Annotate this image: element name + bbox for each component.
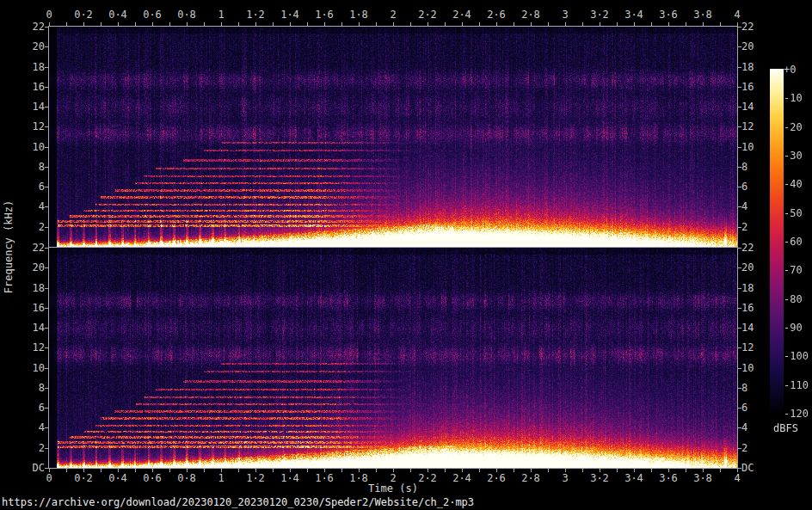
y-tick-label-left-channel1: 12 — [15, 120, 45, 132]
x-tick-label-top: 3·2 — [582, 9, 617, 21]
x-tick-label-top: 1·2 — [238, 9, 273, 21]
x-tick-mark-top — [514, 22, 514, 26]
x-tick-label-top: 3·8 — [686, 9, 720, 21]
y-tick-mark-left — [45, 328, 48, 329]
x-tick-mark-top — [83, 22, 84, 26]
y-tick-label-right-channel2: 22 — [741, 242, 771, 254]
x-tick-label-top: 4 — [720, 9, 754, 21]
colorbar-tick-label: -110 — [784, 380, 812, 391]
y-tick-label-right-channel2: 12 — [741, 341, 771, 353]
x-tick-mark-top — [737, 22, 738, 26]
x-tick-mark-top — [634, 22, 635, 26]
x-tick-label-top: 3·4 — [617, 9, 651, 21]
y-tick-mark-left — [45, 248, 48, 249]
y-tick-label-right-channel2: 14 — [741, 322, 771, 334]
source-url: https://archive·org/download/20230120_20… — [2, 496, 474, 508]
y-tick-mark-left — [45, 267, 48, 268]
x-tick-mark-top — [135, 22, 136, 26]
y-tick-label-left-channel2: 20 — [15, 261, 45, 273]
y-tick-label-left-channel2: 12 — [15, 341, 45, 353]
colorbar-tick-label: -100 — [784, 351, 812, 362]
x-tick-label-top: 2·2 — [410, 9, 445, 21]
x-tick-mark-top — [187, 22, 188, 26]
x-tick-label-bottom: 3·6 — [651, 472, 686, 484]
x-tick-mark-top — [720, 22, 721, 26]
colorbar-unit-label: dBFS — [773, 422, 798, 434]
y-tick-mark-left — [45, 187, 48, 187]
x-tick-mark-top — [686, 22, 686, 26]
y-tick-label-left-channel1: 16 — [15, 81, 45, 93]
x-tick-label-bottom: 3·8 — [686, 472, 720, 484]
y-tick-label-left-channel1: 10 — [15, 141, 45, 153]
y-tick-label-left-channel2: 16 — [15, 302, 45, 314]
y-tick-label-left-channel1: 4 — [15, 200, 45, 212]
y-tick-mark-left — [45, 448, 48, 449]
x-tick-mark-top — [221, 22, 222, 26]
x-tick-label-bottom: 1·4 — [273, 472, 307, 484]
y-tick-mark-left — [45, 408, 48, 409]
y-axis-title: Frequency (kHz) — [3, 193, 15, 301]
y-tick-mark-left — [45, 308, 48, 309]
x-tick-mark-top — [307, 22, 308, 26]
x-tick-mark-top — [118, 22, 119, 26]
y-tick-label-right-channel1: 4 — [741, 200, 771, 212]
x-tick-label-bottom: 1·2 — [238, 472, 273, 484]
colorbar-tick-label: -20 — [784, 122, 812, 133]
x-tick-mark-top — [359, 22, 360, 26]
colorbar-tick-label: -80 — [784, 294, 812, 305]
x-tick-label-top: 0·2 — [66, 9, 101, 21]
y-tick-label-right-channel2: 16 — [741, 302, 771, 314]
x-tick-mark-top — [410, 22, 411, 26]
x-tick-mark-top — [290, 22, 291, 26]
y-tick-label-left-channel2: 6 — [15, 402, 45, 414]
x-tick-label-bottom: 0·2 — [66, 472, 101, 484]
y-tick-label-right-channel2: DC — [741, 462, 771, 474]
y-tick-label-left-channel1: 18 — [15, 61, 45, 73]
x-tick-mark-top — [49, 22, 50, 26]
x-tick-mark-top — [273, 22, 274, 26]
x-tick-label-top: 0·8 — [169, 9, 204, 21]
y-tick-mark-left — [45, 368, 48, 369]
x-tick-label-top: 1 — [204, 9, 238, 21]
x-tick-label-top: 2·6 — [479, 9, 514, 21]
x-tick-mark-top — [204, 22, 205, 26]
x-tick-label-top: 3 — [548, 9, 582, 21]
x-tick-mark-top — [479, 22, 480, 26]
x-tick-label-bottom: 1 — [204, 472, 238, 484]
y-tick-label-left-channel1: 14 — [15, 101, 45, 113]
x-tick-label-bottom: 4 — [720, 472, 754, 484]
y-tick-label-right-channel2: 6 — [741, 402, 771, 414]
y-tick-mark-left — [45, 107, 48, 108]
y-tick-mark-left — [45, 167, 48, 168]
x-tick-mark-top — [393, 22, 394, 26]
y-tick-label-left-channel1: 2 — [15, 221, 45, 233]
x-tick-mark-top — [462, 22, 463, 26]
y-tick-mark-left — [45, 388, 48, 389]
y-tick-label-left-channel2: 18 — [15, 282, 45, 294]
y-tick-label-right-channel1: 22 — [741, 21, 771, 33]
x-tick-label-bottom: 0 — [32, 472, 66, 484]
x-tick-mark-top — [651, 22, 652, 26]
channel-divider-line — [49, 247, 737, 248]
y-tick-label-left-channel2: 10 — [15, 362, 45, 374]
y-tick-label-right-channel2: 4 — [741, 421, 771, 433]
x-tick-mark-top — [169, 22, 170, 26]
x-tick-label-bottom: 2·6 — [479, 472, 514, 484]
y-tick-mark-left — [45, 147, 48, 148]
y-tick-label-right-channel1: 20 — [741, 40, 771, 52]
x-tick-label-top: 2·4 — [445, 9, 479, 21]
x-tick-mark-top — [101, 22, 102, 26]
x-tick-mark-top — [600, 22, 600, 26]
colorbar-tick-label: -50 — [784, 208, 812, 219]
x-tick-mark-top — [445, 22, 446, 26]
y-tick-label-left-channel1: 8 — [15, 161, 45, 173]
y-tick-label-left-channel2: 4 — [15, 421, 45, 433]
x-tick-label-top: 0 — [32, 9, 66, 21]
y-tick-label-left-channel1: 6 — [15, 181, 45, 193]
y-tick-label-right-channel1: 14 — [741, 101, 771, 113]
x-tick-mark-top — [565, 22, 566, 26]
y-tick-mark-left — [45, 126, 48, 127]
y-tick-mark-left — [45, 468, 48, 469]
x-tick-label-top: 0·6 — [135, 9, 169, 21]
x-tick-label-bottom: 3 — [548, 472, 582, 484]
